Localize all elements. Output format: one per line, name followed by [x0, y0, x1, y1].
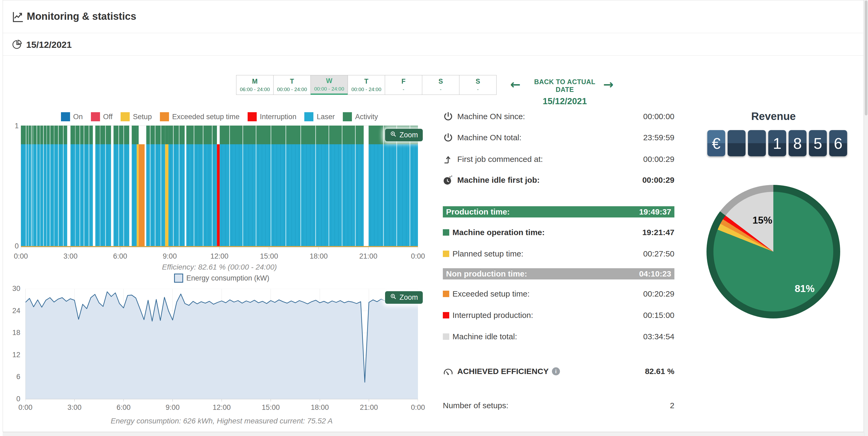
- weekday-letter: T: [364, 78, 368, 85]
- svg-text:z: z: [449, 175, 451, 179]
- weekday-letter: S: [476, 78, 480, 85]
- next-day-button[interactable]: →: [603, 78, 614, 91]
- gauge-icon: [443, 366, 454, 377]
- x-tick-label: 6:00: [117, 403, 131, 412]
- legend-label: On: [73, 113, 83, 121]
- stat-row-machine-on-since-: Machine ON since:00:00:00: [443, 108, 674, 125]
- stat-value: 00:27:50: [643, 249, 674, 258]
- timeline-zoom-button[interactable]: Zoom: [385, 129, 423, 141]
- vertical-scrollbar-thumb[interactable]: [865, 1, 867, 115]
- weekday-range: -: [440, 87, 441, 92]
- weekday-cell-f[interactable]: F-: [385, 75, 422, 95]
- stat-value: 2: [670, 401, 674, 410]
- color-swatch: [443, 250, 449, 257]
- legend-swatch: [91, 112, 100, 121]
- weekday-range: -: [477, 87, 479, 92]
- legend-swatch: [160, 112, 169, 121]
- pie-label-81: 81%: [795, 283, 814, 294]
- legend-item-setup: Setup: [121, 112, 152, 121]
- stat-label: Machine ON since:: [457, 112, 525, 121]
- stat-value: 03:34:54: [643, 332, 674, 341]
- x-tick-label: 12:00: [213, 403, 231, 412]
- y-tick-label: 0: [9, 395, 20, 403]
- weekday-letter: S: [438, 78, 443, 85]
- efficiency-caption: Efficiency: 82.61 % (00:00 - 24:00): [21, 263, 418, 271]
- x-tick-label: 18:00: [310, 252, 328, 261]
- legend-label: Exceeded setup time: [172, 113, 240, 121]
- nav-date-label: 15/12/2021: [525, 96, 605, 106]
- revenue-digit-tile: 6: [829, 130, 847, 156]
- stat-label: Machine idle total:: [453, 332, 517, 341]
- legend-label: Interruption: [260, 113, 297, 121]
- pie-slices: [713, 192, 833, 311]
- stat-row-number-of-setups-: Number of setups:2: [443, 398, 674, 413]
- stat-value: 00:00:29: [643, 155, 674, 164]
- weekday-cell-s[interactable]: S-: [459, 75, 497, 95]
- previous-day-button[interactable]: ←: [510, 78, 521, 91]
- x-tick-label: 3:00: [63, 252, 78, 261]
- info-icon[interactable]: i: [552, 367, 560, 375]
- revenue-digit-tile: 1: [768, 130, 786, 156]
- revenue-digit-tile: 8: [788, 130, 806, 156]
- legend-item-energy-consumption: Energy consumption (kW): [174, 274, 270, 283]
- svg-text:z: z: [451, 175, 453, 177]
- stat-banner-label: Non production time:: [446, 269, 527, 278]
- x-tick-label: 12:00: [211, 252, 229, 261]
- weekday-range: 00:00 - 24:00: [314, 86, 344, 91]
- stat-banner-production-time-: Production time:19:49:37: [443, 206, 674, 217]
- revenue-title: Revenue: [706, 110, 841, 122]
- x-tick-label: 15:00: [260, 252, 278, 261]
- weekday-cell-w[interactable]: W00:00 - 24:00: [310, 75, 348, 95]
- weekday-cell-m[interactable]: M06:00 - 24:00: [236, 75, 274, 95]
- power-icon: [443, 132, 454, 143]
- vertical-scrollbar[interactable]: [864, 0, 868, 436]
- legend-label: Activity: [355, 113, 378, 121]
- magnifier-icon: [390, 131, 397, 139]
- weekday-range: 00:00 - 24:00: [351, 87, 381, 92]
- energy-zoom-button[interactable]: Zoom: [385, 291, 423, 304]
- page-title: Monitoring & statistics: [27, 11, 136, 22]
- back-to-actual-date-button[interactable]: BACK TO ACTUAL DATE 15/12/2021: [525, 78, 605, 106]
- x-tick-label: 21:00: [360, 252, 378, 261]
- stat-row-machine-idle-total-: Machine idle total:03:34:54: [443, 329, 674, 345]
- legend-label: Off: [103, 113, 113, 121]
- revenue-display: €1856: [707, 130, 847, 156]
- legend-label: Laser: [317, 113, 335, 121]
- weekday-cell-t[interactable]: T00:00 - 24:00: [348, 75, 385, 95]
- energy-area-svg: [25, 289, 418, 402]
- left-arrow-icon: ←: [510, 77, 521, 92]
- current-date: 15/12/2021: [26, 39, 72, 50]
- legend-swatch: [248, 112, 257, 121]
- weekday-cell-s[interactable]: S-: [422, 75, 459, 95]
- weekday-cell-t[interactable]: T00:00 - 24:00: [273, 75, 311, 95]
- pie-chart-icon: [12, 39, 23, 50]
- stat-row-achieved-efficiency: ACHIEVED EFFICIENCYi82.61 %: [443, 363, 674, 379]
- legend-swatch: [343, 112, 352, 121]
- stat-label: Machine operation time:: [453, 228, 545, 237]
- y-tick-label: 30: [9, 284, 20, 293]
- energy-caption: Energy consumption: 626 kWh, Highest mea…: [25, 417, 418, 425]
- x-tick-label: 0:00: [411, 252, 425, 261]
- stat-label: Number of setups:: [443, 401, 508, 410]
- stat-value: 00:00:29: [642, 175, 674, 185]
- x-tick-label: 21:00: [360, 403, 378, 412]
- legend-item-on: On: [61, 112, 83, 121]
- date-divider: [3, 55, 864, 56]
- color-swatch: [443, 312, 449, 318]
- timeline-legend: OnOffSetupExceeded setup timeInterruptio…: [21, 112, 418, 121]
- legend-swatch: [61, 112, 70, 121]
- stat-label: Interrupted production:: [453, 311, 533, 320]
- legend-swatch: [174, 274, 183, 283]
- timeline-zoom-label: Zoom: [400, 131, 418, 139]
- x-tick-label: 9:00: [163, 252, 177, 261]
- color-swatch: [443, 291, 449, 297]
- stat-value: 19:21:47: [642, 228, 674, 237]
- weekday-range: 00:00 - 24:00: [277, 87, 307, 92]
- stat-banner-label: Production time:: [446, 207, 510, 216]
- color-swatch: [443, 229, 449, 236]
- horizontal-scrollbar[interactable]: [3, 432, 864, 436]
- energy-x-axis: 0:003:006:009:0012:0015:0018:0021:000:00: [25, 403, 418, 412]
- timeline-chart: [21, 126, 418, 250]
- weekday-letter: T: [290, 78, 294, 85]
- revenue-digit-tile: €: [707, 130, 725, 156]
